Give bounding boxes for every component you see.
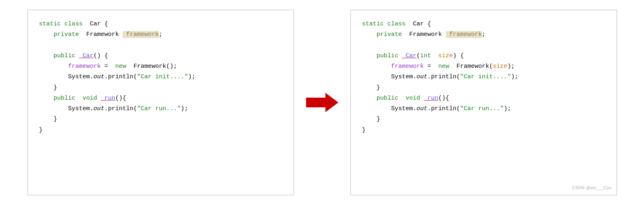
code-line: }: [362, 114, 605, 125]
code-line: public Car() {: [39, 51, 282, 61]
code-line: public void run(){: [39, 93, 282, 104]
code-line: static class Car {: [362, 19, 605, 29]
left-code-panel: static class Car { private Framework fra…: [27, 10, 294, 195]
code-line: System.out.println("Car run...");: [362, 104, 605, 114]
code-line: }: [39, 114, 282, 125]
main-container: static class Car { private Framework fra…: [0, 0, 644, 205]
code-line: }: [39, 83, 282, 93]
transform-arrow-icon: [306, 90, 338, 115]
code-line: [362, 40, 605, 51]
svg-marker-0: [306, 93, 338, 112]
code-line: [39, 40, 282, 51]
code-line: }: [362, 125, 605, 136]
code-line: System.out.println("Car init....");: [39, 72, 282, 82]
code-line: System.out.println("Car init....");: [362, 72, 605, 82]
code-line: private Framework framework;: [39, 29, 282, 40]
transform-arrow-container: [306, 90, 338, 115]
code-line: framework = new Framework();: [39, 61, 282, 72]
code-line: }: [362, 83, 605, 93]
code-line: }: [39, 125, 282, 136]
code-line: static class Car {: [39, 19, 282, 29]
code-line: private Framework framework;: [362, 29, 605, 40]
code-line: public Car(int size) {: [362, 51, 605, 61]
code-line: System.out.println("Car run...");: [39, 104, 282, 114]
watermark-text: CSDN @ice___Cpu: [572, 184, 612, 192]
code-line: public void run(){: [362, 93, 605, 104]
right-code-panel: static class Car { private Framework fra…: [350, 10, 617, 195]
code-line: framework = new Framework(size);: [362, 61, 605, 72]
